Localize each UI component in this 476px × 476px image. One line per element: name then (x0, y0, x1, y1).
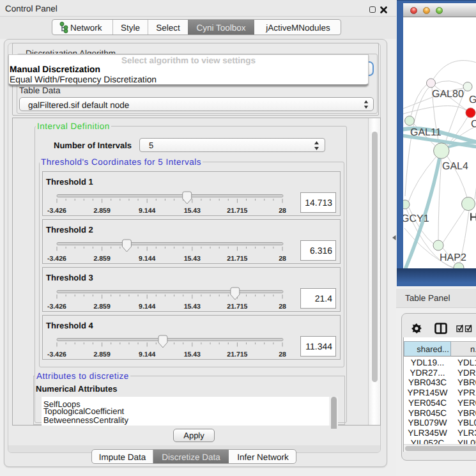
svg-text:9.144: 9.144 (139, 255, 155, 263)
svg-text:15.43: 15.43 (184, 207, 201, 215)
svg-text:CA: CA (471, 119, 476, 130)
svg-text:21.715: 21.715 (227, 255, 247, 263)
svg-text:HAP2: HAP2 (440, 252, 466, 263)
svg-text:9.144: 9.144 (139, 303, 155, 311)
svg-text:GCY1: GCY1 (403, 213, 429, 224)
svg-text:2.859: 2.859 (93, 207, 110, 215)
svg-text:9.144: 9.144 (139, 351, 155, 358)
svg-text:-3.426: -3.426 (47, 351, 66, 358)
svg-text:21.715: 21.715 (227, 303, 247, 311)
svg-text:GA: GA (469, 95, 476, 105)
svg-text:9.144: 9.144 (139, 207, 155, 215)
svg-text:-3.426: -3.426 (47, 255, 66, 263)
svg-text:2.859: 2.859 (93, 255, 110, 263)
svg-text:-3.426: -3.426 (47, 207, 66, 215)
svg-text:21.715: 21.715 (227, 351, 247, 358)
svg-text:15.43: 15.43 (184, 351, 201, 358)
svg-text:2.859: 2.859 (93, 351, 110, 358)
svg-text:28: 28 (279, 303, 286, 311)
svg-text:GAL11: GAL11 (410, 127, 441, 138)
svg-text:GAL4: GAL4 (442, 161, 468, 172)
svg-text:2.859: 2.859 (93, 303, 110, 311)
svg-text:-3.426: -3.426 (47, 303, 66, 311)
svg-text:GAL80: GAL80 (432, 89, 464, 100)
svg-text:28: 28 (279, 255, 286, 263)
svg-text:28: 28 (279, 207, 286, 215)
svg-text:21.715: 21.715 (227, 207, 247, 215)
svg-text:28: 28 (279, 351, 286, 358)
svg-text:15.43: 15.43 (184, 255, 201, 263)
svg-text:15.43: 15.43 (184, 303, 201, 311)
